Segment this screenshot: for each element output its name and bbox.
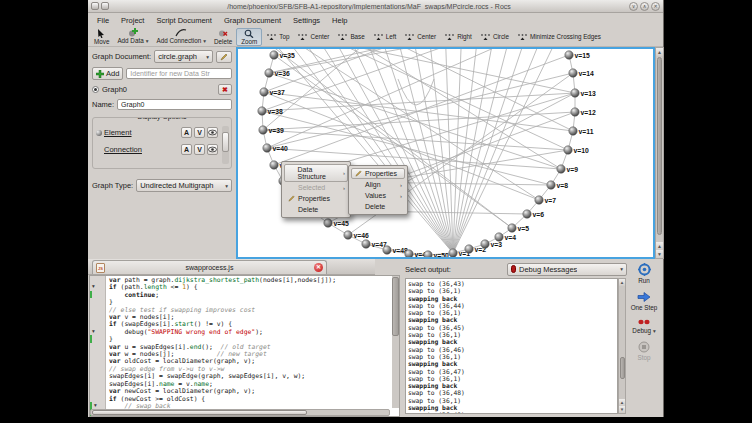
graph-vertex-5[interactable] (508, 224, 516, 232)
graph-vertex-10[interactable] (564, 146, 572, 154)
menu-item-data-structure[interactable]: Data Structure › (284, 164, 348, 182)
align-circle-button[interactable]: Circle (476, 33, 513, 41)
gutter-line[interactable] (90, 379, 105, 386)
output-scrollbar[interactable]: ▲ ▲ ▼ (618, 278, 626, 414)
maximize-button[interactable]: ∧ (640, 2, 649, 11)
menu-file[interactable]: File (91, 15, 115, 26)
editor-code[interactable]: var path = graph.dijkstra_shortest_path(… (106, 276, 399, 416)
menu-item-properties[interactable]: Properties (284, 193, 348, 204)
add-data-button[interactable]: Add Data▾ (113, 28, 152, 45)
graph-vertex-11[interactable] (569, 127, 577, 135)
gutter-line[interactable]: ▾ (90, 328, 105, 335)
graph-vertex-15[interactable] (565, 51, 573, 59)
graph-radio[interactable] (92, 86, 99, 93)
minimize-button[interactable]: ∨ (629, 2, 638, 11)
output-selector-combo[interactable]: Debug Messages ▾ (507, 263, 627, 276)
delete-button[interactable]: Delete (210, 29, 236, 45)
close-tab-icon[interactable]: ✕ (314, 263, 323, 272)
delete-graph-button[interactable]: ✖ (218, 84, 232, 95)
scroll-up-icon[interactable]: ▲ (619, 279, 625, 286)
identifier-input[interactable] (126, 68, 232, 79)
graph-canvas[interactable]: v=35v=36v=37v=38v=39v=40v=41v=42v=43v=44… (236, 47, 655, 259)
submenu-item-properties[interactable]: Properties (351, 168, 405, 179)
menu-graph-document[interactable]: Graph Document (218, 15, 287, 26)
gutter-line[interactable] (90, 350, 105, 357)
graph-vertex-45[interactable] (324, 219, 332, 227)
gutter-line[interactable] (90, 343, 105, 350)
gutter-line[interactable] (90, 387, 105, 394)
gutter-line[interactable] (90, 394, 105, 401)
graph-vertex-6[interactable] (523, 210, 531, 218)
edit-document-button[interactable] (216, 51, 232, 63)
align-center-button[interactable]: Center (293, 33, 333, 41)
graph-type-combo[interactable]: Undirected Multigraph ▾ (136, 179, 232, 192)
graph-vertex-12[interactable] (571, 108, 579, 116)
graph-vertex-3[interactable] (481, 240, 489, 248)
menu-settings[interactable]: Settings (287, 15, 326, 26)
menu-project[interactable]: Project (115, 15, 150, 26)
scroll-up-icon[interactable]: ▲ (656, 48, 663, 56)
scroll-down-icon[interactable]: ▼ (619, 406, 625, 413)
graph-vertex-41[interactable] (270, 161, 278, 169)
graph-vertex-38[interactable] (258, 107, 266, 115)
window-menu-icon[interactable] (101, 2, 109, 10)
scrollbar-thumb[interactable] (620, 357, 625, 380)
graph-vertex-37[interactable] (260, 88, 268, 96)
one-step-button[interactable]: One Step (631, 291, 658, 311)
graph-vertex-2[interactable] (465, 245, 473, 253)
gutter-line[interactable] (90, 276, 105, 283)
menu-item-selected[interactable]: Selected › (284, 182, 348, 193)
align-right-button[interactable]: Right (440, 33, 476, 41)
align-left-button[interactable]: Left (369, 33, 401, 41)
gutter-line[interactable] (90, 365, 105, 372)
graph-vertex-14[interactable] (569, 69, 577, 77)
gutter-line[interactable] (90, 291, 105, 298)
submenu-item-align[interactable]: Align › (351, 179, 405, 190)
gutter-line[interactable]: ▾ (90, 283, 105, 290)
editor-vertical-scrollbar[interactable] (392, 276, 399, 408)
connection-show-names-button[interactable]: A (181, 144, 192, 155)
add-connection-button[interactable]: Add Connection▾ (152, 28, 210, 45)
menu-item-delete[interactable]: Delete (284, 204, 348, 215)
graph-vertex-35[interactable] (270, 51, 278, 59)
submenu-item-values[interactable]: Values › (351, 190, 405, 201)
title-bar[interactable]: /home/phoenixx/SFB/SFB-A1-repository/Imp… (88, 0, 663, 13)
element-visibility-button[interactable] (207, 127, 218, 138)
graph-vertex-8[interactable] (547, 181, 555, 189)
gutter-line[interactable] (90, 335, 105, 342)
graph-vertex-36[interactable] (265, 69, 273, 77)
graph-vertex-7[interactable] (535, 196, 543, 204)
scroll-up-icon[interactable]: ▲ (619, 399, 625, 406)
move-button[interactable]: Move (90, 29, 113, 45)
gutter-line[interactable] (90, 357, 105, 364)
display-options-scrollbar[interactable] (222, 126, 229, 164)
scroll-up-icon[interactable]: ▲ (656, 242, 663, 250)
debug-button[interactable]: Debug▾ (632, 318, 655, 334)
close-button[interactable]: ✕ (651, 2, 660, 11)
menu-script-document[interactable]: Script Document (150, 15, 217, 26)
tab-swapprocess[interactable]: JS swapprocess.js ✕ (92, 260, 327, 274)
script-editor[interactable]: ▾▾▾ var path = graph.dijkstra_shortest_p… (89, 275, 400, 417)
canvas-vertical-scrollbar[interactable]: ▲ ▲ ▼ (655, 47, 664, 259)
graph-vertex-39[interactable] (259, 126, 267, 134)
menu-help[interactable]: Help (326, 15, 353, 26)
align-center-button[interactable]: Center (400, 33, 440, 41)
graph-vertex-48[interactable] (383, 246, 391, 254)
graph-vertex-1[interactable] (449, 249, 457, 257)
graph-vertex-40[interactable] (263, 144, 271, 152)
submenu-item-delete[interactable]: Delete (351, 201, 405, 212)
editor-horizontal-scrollbar[interactable] (90, 409, 390, 416)
stop-button[interactable]: Stop (638, 341, 651, 361)
align-minimize-crossing-edges-button[interactable]: Minimize Crossing Edges (513, 33, 605, 41)
debug-output-list[interactable]: swap to (36,43)swap to (36,1)swapping ba… (405, 278, 618, 414)
gutter-line[interactable]: ▾ (90, 402, 105, 409)
gutter-line[interactable] (90, 298, 105, 305)
graph-vertex-50[interactable] (424, 251, 432, 257)
connection-show-values-button[interactable]: V (194, 144, 205, 155)
element-show-names-button[interactable]: A (181, 127, 192, 138)
scrollbar-thumb[interactable] (657, 57, 662, 235)
gutter-line[interactable] (90, 320, 105, 327)
gutter-line[interactable] (90, 306, 105, 313)
add-data-structure-button[interactable]: Add (92, 67, 123, 80)
scroll-down-icon[interactable]: ▼ (656, 250, 663, 258)
